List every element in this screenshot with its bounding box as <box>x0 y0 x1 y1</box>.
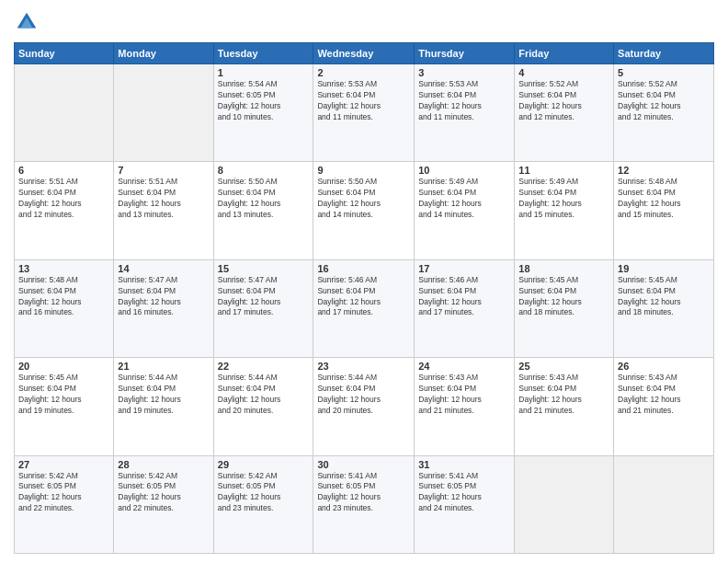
calendar-cell: 3Sunrise: 5:53 AM Sunset: 6:04 PM Daylig… <box>415 64 515 162</box>
day-number: 12 <box>618 165 710 176</box>
day-number: 5 <box>618 67 710 78</box>
day-info: Sunrise: 5:46 AM Sunset: 6:04 PM Dayligh… <box>418 275 510 319</box>
day-number: 23 <box>317 361 410 372</box>
calendar-cell: 30Sunrise: 5:41 AM Sunset: 6:05 PM Dayli… <box>313 455 415 553</box>
day-number: 24 <box>418 361 510 372</box>
day-number: 20 <box>18 361 109 372</box>
calendar-cell: 5Sunrise: 5:52 AM Sunset: 6:04 PM Daylig… <box>614 64 714 162</box>
calendar-header: SundayMondayTuesdayWednesdayThursdayFrid… <box>15 43 714 64</box>
day-number: 18 <box>518 263 609 274</box>
calendar-cell: 17Sunrise: 5:46 AM Sunset: 6:04 PM Dayli… <box>415 259 515 357</box>
calendar-cell <box>515 455 614 553</box>
week-row-4: 20Sunrise: 5:45 AM Sunset: 6:04 PM Dayli… <box>15 358 714 455</box>
calendar-cell <box>15 64 114 162</box>
day-info: Sunrise: 5:47 AM Sunset: 6:04 PM Dayligh… <box>118 275 209 319</box>
day-info: Sunrise: 5:50 AM Sunset: 6:04 PM Dayligh… <box>218 177 310 221</box>
calendar-cell: 14Sunrise: 5:47 AM Sunset: 6:04 PM Dayli… <box>114 259 213 357</box>
day-info: Sunrise: 5:44 AM Sunset: 6:04 PM Dayligh… <box>218 373 310 417</box>
day-info: Sunrise: 5:53 AM Sunset: 6:04 PM Dayligh… <box>418 79 510 123</box>
day-number: 14 <box>118 263 209 274</box>
day-number: 6 <box>18 165 109 176</box>
day-info: Sunrise: 5:50 AM Sunset: 6:04 PM Dayligh… <box>317 177 410 221</box>
day-info: Sunrise: 5:43 AM Sunset: 6:04 PM Dayligh… <box>618 373 710 417</box>
day-number: 29 <box>218 459 310 470</box>
day-info: Sunrise: 5:42 AM Sunset: 6:05 PM Dayligh… <box>18 471 109 515</box>
day-number: 28 <box>118 459 209 470</box>
day-number: 25 <box>518 361 609 372</box>
calendar-cell: 15Sunrise: 5:47 AM Sunset: 6:04 PM Dayli… <box>213 259 313 357</box>
calendar-cell: 23Sunrise: 5:44 AM Sunset: 6:04 PM Dayli… <box>313 358 415 455</box>
day-number: 26 <box>618 361 710 372</box>
calendar-table: SundayMondayTuesdayWednesdayThursdayFrid… <box>14 42 714 554</box>
generalblue-logo-icon <box>14 9 40 35</box>
day-info: Sunrise: 5:41 AM Sunset: 6:05 PM Dayligh… <box>418 471 510 515</box>
calendar-body: 1Sunrise: 5:54 AM Sunset: 6:05 PM Daylig… <box>15 64 714 554</box>
week-row-5: 27Sunrise: 5:42 AM Sunset: 6:05 PM Dayli… <box>15 455 714 553</box>
calendar-cell: 31Sunrise: 5:41 AM Sunset: 6:05 PM Dayli… <box>415 455 515 553</box>
day-number: 11 <box>518 165 609 176</box>
weekday-header-wednesday: Wednesday <box>313 43 415 64</box>
calendar-cell: 13Sunrise: 5:48 AM Sunset: 6:04 PM Dayli… <box>15 259 114 357</box>
week-row-2: 6Sunrise: 5:51 AM Sunset: 6:04 PM Daylig… <box>15 162 714 259</box>
calendar-cell: 24Sunrise: 5:43 AM Sunset: 6:04 PM Dayli… <box>415 358 515 455</box>
weekday-header-sunday: Sunday <box>15 43 114 64</box>
day-number: 16 <box>317 263 410 274</box>
weekday-header-monday: Monday <box>114 43 213 64</box>
day-number: 13 <box>18 263 109 274</box>
day-info: Sunrise: 5:52 AM Sunset: 6:04 PM Dayligh… <box>518 79 609 123</box>
weekday-header-thursday: Thursday <box>415 43 515 64</box>
day-info: Sunrise: 5:47 AM Sunset: 6:04 PM Dayligh… <box>218 275 310 319</box>
calendar-cell: 1Sunrise: 5:54 AM Sunset: 6:05 PM Daylig… <box>213 64 313 162</box>
calendar-cell: 22Sunrise: 5:44 AM Sunset: 6:04 PM Dayli… <box>213 358 313 455</box>
day-info: Sunrise: 5:51 AM Sunset: 6:04 PM Dayligh… <box>18 177 109 221</box>
weekday-header-friday: Friday <box>515 43 614 64</box>
calendar-cell: 2Sunrise: 5:53 AM Sunset: 6:04 PM Daylig… <box>313 64 415 162</box>
day-number: 7 <box>118 165 209 176</box>
calendar-cell: 7Sunrise: 5:51 AM Sunset: 6:04 PM Daylig… <box>114 162 213 259</box>
day-info: Sunrise: 5:42 AM Sunset: 6:05 PM Dayligh… <box>118 471 209 515</box>
day-number: 4 <box>518 67 609 78</box>
day-info: Sunrise: 5:45 AM Sunset: 6:04 PM Dayligh… <box>18 373 109 417</box>
calendar-cell: 11Sunrise: 5:49 AM Sunset: 6:04 PM Dayli… <box>515 162 614 259</box>
day-info: Sunrise: 5:43 AM Sunset: 6:04 PM Dayligh… <box>418 373 510 417</box>
day-number: 17 <box>418 263 510 274</box>
calendar-cell: 20Sunrise: 5:45 AM Sunset: 6:04 PM Dayli… <box>15 358 114 455</box>
day-info: Sunrise: 5:46 AM Sunset: 6:04 PM Dayligh… <box>317 275 410 319</box>
calendar-cell: 12Sunrise: 5:48 AM Sunset: 6:04 PM Dayli… <box>614 162 714 259</box>
day-info: Sunrise: 5:52 AM Sunset: 6:04 PM Dayligh… <box>618 79 710 123</box>
day-info: Sunrise: 5:43 AM Sunset: 6:04 PM Dayligh… <box>518 373 609 417</box>
week-row-3: 13Sunrise: 5:48 AM Sunset: 6:04 PM Dayli… <box>15 259 714 357</box>
day-info: Sunrise: 5:44 AM Sunset: 6:04 PM Dayligh… <box>118 373 209 417</box>
day-number: 15 <box>218 263 310 274</box>
day-number: 9 <box>317 165 410 176</box>
calendar-cell <box>114 64 213 162</box>
day-info: Sunrise: 5:41 AM Sunset: 6:05 PM Dayligh… <box>317 471 410 515</box>
week-row-1: 1Sunrise: 5:54 AM Sunset: 6:05 PM Daylig… <box>15 64 714 162</box>
calendar-cell: 19Sunrise: 5:45 AM Sunset: 6:04 PM Dayli… <box>614 259 714 357</box>
day-number: 1 <box>218 67 310 78</box>
calendar-cell: 4Sunrise: 5:52 AM Sunset: 6:04 PM Daylig… <box>515 64 614 162</box>
weekday-header-row: SundayMondayTuesdayWednesdayThursdayFrid… <box>15 43 714 64</box>
day-info: Sunrise: 5:44 AM Sunset: 6:04 PM Dayligh… <box>317 373 410 417</box>
page: SundayMondayTuesdayWednesdayThursdayFrid… <box>0 0 728 563</box>
day-info: Sunrise: 5:42 AM Sunset: 6:05 PM Dayligh… <box>218 471 310 515</box>
day-number: 30 <box>317 459 410 470</box>
day-info: Sunrise: 5:48 AM Sunset: 6:04 PM Dayligh… <box>618 177 710 221</box>
calendar-cell: 9Sunrise: 5:50 AM Sunset: 6:04 PM Daylig… <box>313 162 415 259</box>
day-number: 3 <box>418 67 510 78</box>
calendar-cell: 28Sunrise: 5:42 AM Sunset: 6:05 PM Dayli… <box>114 455 213 553</box>
day-number: 8 <box>218 165 310 176</box>
day-number: 21 <box>118 361 209 372</box>
day-number: 19 <box>618 263 710 274</box>
calendar-cell: 21Sunrise: 5:44 AM Sunset: 6:04 PM Dayli… <box>114 358 213 455</box>
day-number: 2 <box>317 67 410 78</box>
calendar-cell: 10Sunrise: 5:49 AM Sunset: 6:04 PM Dayli… <box>415 162 515 259</box>
calendar-cell <box>614 455 714 553</box>
day-number: 31 <box>418 459 510 470</box>
calendar-cell: 16Sunrise: 5:46 AM Sunset: 6:04 PM Dayli… <box>313 259 415 357</box>
day-number: 10 <box>418 165 510 176</box>
day-info: Sunrise: 5:51 AM Sunset: 6:04 PM Dayligh… <box>118 177 209 221</box>
calendar-cell: 27Sunrise: 5:42 AM Sunset: 6:05 PM Dayli… <box>15 455 114 553</box>
day-info: Sunrise: 5:53 AM Sunset: 6:04 PM Dayligh… <box>317 79 410 123</box>
calendar-cell: 18Sunrise: 5:45 AM Sunset: 6:04 PM Dayli… <box>515 259 614 357</box>
